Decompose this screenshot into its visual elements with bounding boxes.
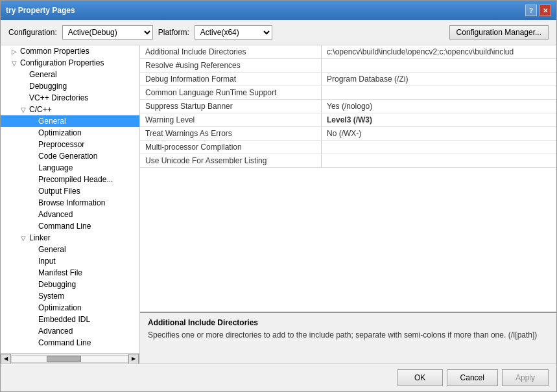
tree-item-code-gen[interactable]: Code Generation — [1, 150, 139, 162]
tree-item-cpp[interactable]: ▽ C/C++ — [1, 104, 139, 115]
property-pages-dialog: try Property Pages ? ✕ Configuration: Ac… — [0, 0, 557, 392]
help-button[interactable]: ? — [525, 5, 537, 16]
tree-scroll[interactable]: ▷ Common Properties ▽ Configuration Prop… — [1, 45, 139, 353]
tree-item-label: Precompiled Heade... — [38, 175, 113, 184]
property-row[interactable]: Additional Include Directoriesc:\opencv\… — [140, 45, 556, 59]
property-value: Level3 (/W3) — [322, 113, 556, 126]
expander-icon: ▽ — [19, 106, 28, 113]
config-bar: Configuration: Active(Debug) Platform: A… — [1, 20, 556, 45]
expander-icon: ▽ — [19, 235, 28, 242]
property-row[interactable]: Warning LevelLevel3 (/W3) — [140, 113, 556, 127]
property-row[interactable]: Suppress Startup BannerYes (/nologo) — [140, 100, 556, 113]
tree-item-vc-dirs[interactable]: VC++ Directories — [1, 92, 139, 104]
tree-item-label: Advanced — [38, 210, 73, 219]
expander-icon: ▷ — [10, 48, 19, 55]
close-button[interactable]: ✕ — [539, 5, 551, 16]
tree-item-label: Command Line — [38, 222, 91, 231]
property-row[interactable]: Multi-processor Compilation — [140, 141, 556, 154]
tree-item-label: General — [29, 70, 57, 79]
property-row[interactable]: Resolve #using References — [140, 59, 556, 73]
info-panel: Additional Include Directories Specifies… — [140, 312, 556, 363]
tree-item-preprocessor[interactable]: Preprocessor — [1, 139, 139, 150]
platform-label: Platform: — [158, 28, 189, 37]
tree-item-language[interactable]: Language — [1, 162, 139, 174]
scroll-track[interactable] — [11, 355, 128, 363]
tree-item-label: Debugging — [29, 82, 67, 91]
horizontal-scrollbar[interactable]: ◀ ▶ — [1, 353, 139, 363]
title-bar: try Property Pages ? ✕ — [1, 1, 556, 20]
property-row[interactable]: Common Language RunTime Support — [140, 86, 556, 100]
property-name: Additional Include Directories — [140, 45, 322, 58]
property-value: c:\opencv\build\include\opencv2;c:\openc… — [322, 45, 556, 58]
tree-item-optimization[interactable]: Optimization — [1, 127, 139, 139]
tree-item-label: Manifest File — [38, 268, 82, 277]
property-row[interactable]: Debug Information FormatProgram Database… — [140, 73, 556, 86]
tree-item-label: Input — [38, 257, 56, 266]
property-name: Use Unicode For Assembler Listing — [140, 154, 322, 167]
tree-item-label: Browse Information — [38, 198, 105, 207]
scroll-right-arrow[interactable]: ▶ — [128, 354, 139, 364]
tree-item-command-line-2[interactable]: Command Line — [1, 337, 139, 349]
property-value: Program Database (/Zi) — [322, 73, 556, 86]
tree-item-label: Optimization — [38, 303, 82, 312]
tree-item-label: C/C++ — [29, 105, 52, 114]
tree-item-linker-input[interactable]: Input — [1, 255, 139, 267]
tree-item-label: System — [38, 292, 64, 301]
tree-item-debugging[interactable]: Debugging — [1, 80, 139, 92]
bottom-bar: OK Cancel Apply — [1, 363, 556, 391]
property-name: Multi-processor Compilation — [140, 141, 322, 154]
title-bar-controls: ? ✕ — [525, 5, 551, 16]
tree-item-linker-debug[interactable]: Debugging — [1, 279, 139, 290]
tree-item-config-props[interactable]: ▽ Configuration Properties — [1, 57, 139, 69]
tree-item-system[interactable]: System — [1, 290, 139, 302]
config-label: Configuration: — [8, 28, 57, 37]
expander-icon: ▽ — [10, 60, 19, 67]
tree-item-manifest[interactable]: Manifest File — [1, 267, 139, 279]
property-value — [322, 141, 556, 154]
property-name: Common Language RunTime Support — [140, 86, 322, 99]
tree-item-linker-general[interactable]: General — [1, 244, 139, 255]
tree-item-general[interactable]: General — [1, 69, 139, 80]
tree-item-linker-opt[interactable]: Optimization — [1, 302, 139, 314]
property-value: Yes (/nologo) — [322, 100, 556, 113]
tree-item-cpp-general[interactable]: General — [1, 115, 139, 127]
tree-item-label: Output Files — [38, 187, 80, 196]
main-content: ▷ Common Properties ▽ Configuration Prop… — [1, 45, 556, 363]
tree-item-linker-adv[interactable]: Advanced — [1, 325, 139, 337]
properties-table[interactable]: Additional Include Directoriesc:\opencv\… — [140, 45, 556, 312]
tree-item-label: Language — [38, 163, 73, 172]
config-manager-button[interactable]: Configuration Manager... — [449, 25, 549, 40]
tree-item-advanced[interactable]: Advanced — [1, 209, 139, 220]
cancel-button[interactable]: Cancel — [447, 369, 498, 386]
ok-button[interactable]: OK — [397, 369, 443, 386]
tree-item-output[interactable]: Output Files — [1, 185, 139, 197]
info-description: Specifies one or more directories to add… — [148, 330, 549, 341]
property-value — [322, 86, 556, 99]
property-name: Warning Level — [140, 113, 322, 126]
tree-item-embedded-idl[interactable]: Embedded IDL — [1, 314, 139, 325]
platform-select[interactable]: Active(x64) — [195, 25, 272, 40]
tree-item-browse[interactable]: Browse Information — [1, 197, 139, 209]
property-value: No (/WX-) — [322, 127, 556, 140]
property-name: Resolve #using References — [140, 59, 322, 72]
tree-item-precomp[interactable]: Precompiled Heade... — [1, 174, 139, 185]
apply-button[interactable]: Apply — [502, 369, 549, 386]
tree-item-label: General — [38, 245, 66, 254]
tree-item-linker[interactable]: ▽ Linker — [1, 232, 139, 244]
property-row[interactable]: Treat Warnings As ErrorsNo (/WX-) — [140, 127, 556, 141]
tree-item-label: VC++ Directories — [29, 93, 88, 102]
tree-item-common-props[interactable]: ▷ Common Properties — [1, 45, 139, 57]
tree-item-label: Advanced — [38, 327, 73, 336]
property-row[interactable]: Use Unicode For Assembler Listing — [140, 154, 556, 168]
tree-item-label: Optimization — [38, 128, 82, 137]
dialog-title: try Property Pages — [6, 6, 75, 15]
property-name: Treat Warnings As Errors — [140, 127, 322, 140]
configuration-select[interactable]: Active(Debug) — [62, 25, 153, 40]
tree-item-cmdline[interactable]: Command Line — [1, 220, 139, 232]
tree-item-label: Debugging — [38, 280, 76, 289]
scroll-left-arrow[interactable]: ◀ — [1, 354, 11, 364]
tree-item-label: Preprocessor — [38, 140, 84, 149]
property-value — [322, 59, 556, 72]
property-name: Debug Information Format — [140, 73, 322, 86]
tree-item-label: General — [38, 117, 66, 126]
